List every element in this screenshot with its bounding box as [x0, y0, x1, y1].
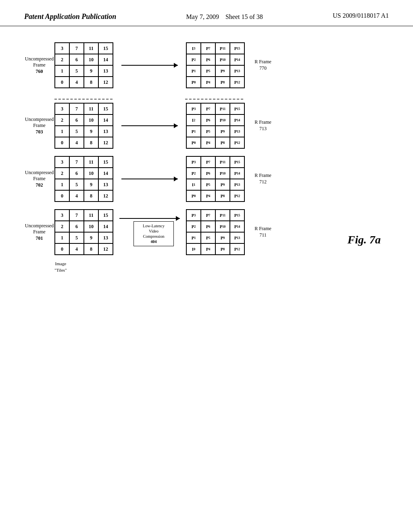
p-grid-frame701: P3P7P11P15P2P6P10P14P1P5P9P13I0P4P8P12 [186, 209, 245, 255]
p-cell: P6 [201, 54, 215, 65]
r-frame-section-frame703: P3P7P11P15I2P6P10P14P1P5P9P13P0P4P8P12R … [186, 103, 277, 149]
tile-cell: 6 [69, 221, 84, 232]
tile-cell: 0 [55, 137, 69, 148]
p-cell: P6 [201, 221, 215, 232]
p-cell: P8 [215, 243, 230, 255]
tile-cell: 10 [84, 114, 98, 126]
p-cell: P4 [201, 190, 215, 202]
tile-cell: 4 [69, 137, 84, 148]
p-cell: P6 [201, 114, 215, 126]
p-cell: P4 [201, 137, 215, 148]
tile-cell: 15 [98, 156, 113, 168]
p-cell: P11 [215, 156, 230, 168]
p-cell: P8 [215, 137, 230, 148]
tile-cell: 6 [69, 168, 84, 179]
p-cell: P0 [186, 190, 201, 202]
main-content: UncompressedFrame76037111526101415913048… [0, 26, 413, 270]
arrow-section [113, 125, 186, 126]
p-cell: P9 [215, 232, 230, 243]
tile-cell: 7 [69, 156, 84, 168]
p-cell: P7 [201, 156, 215, 168]
image-tiles-label: Image"Tiles" [54, 261, 67, 273]
figure-label: Fig. 7a [348, 233, 381, 246]
frame-row-frame703: UncompressedFrame70337111526101415913048… [24, 103, 397, 149]
frame-row-frame760: UncompressedFrame76037111526101415913048… [24, 42, 397, 88]
p-cell: P1 [186, 65, 201, 77]
tile-cell: 11 [84, 43, 98, 54]
tile-cell: 10 [84, 54, 98, 65]
p-grid-frame760: I3P7P11P15P2P6P10P14P1P5P9P13P0P4P8P12 [186, 42, 245, 88]
p-cell: P10 [215, 221, 230, 232]
tile-cell: 15 [98, 103, 113, 114]
pub-date: May 7, 2009 [186, 13, 219, 20]
frame-row-frame702: UncompressedFrame70237111526101415913048… [24, 156, 397, 202]
r-frame-label-frame703: R Frame713 [249, 119, 277, 132]
tile-cell: 14 [98, 114, 113, 126]
tile-cell: 9 [84, 65, 98, 77]
arrow-section [113, 65, 186, 66]
tile-cell: 9 [84, 232, 98, 243]
page-header: Patent Application Publication May 7, 20… [0, 0, 413, 26]
tile-cell: 1 [55, 179, 69, 190]
tile-cell: 15 [98, 43, 113, 54]
p-cell: P2 [186, 221, 201, 232]
r-frame-label-frame760: R Frame770 [249, 59, 277, 71]
tile-cell: 0 [55, 77, 69, 88]
p-cell: P15 [230, 210, 244, 221]
frame-label-frame701: UncompressedFrame701 [24, 223, 54, 242]
p-cell: P3 [186, 156, 201, 168]
tile-cell: 12 [98, 190, 113, 202]
p-cell: P15 [230, 43, 244, 54]
r-frame-section-frame701: P3P7P11P15P2P6P10P14P1P5P9P13I0P4P8P12R … [186, 209, 277, 255]
p-cell: P3 [186, 210, 201, 221]
tile-cell: 12 [98, 77, 113, 88]
tile-cell: 5 [69, 65, 84, 77]
tile-cell: 11 [84, 210, 98, 221]
p-cell: P9 [215, 126, 230, 137]
tile-cell: 2 [55, 54, 69, 65]
p-cell: P12 [230, 243, 244, 255]
frame-label-frame703: UncompressedFrame703 [24, 116, 54, 135]
p-cell: P14 [230, 221, 244, 232]
p-grid-frame702: P3P7P11P15P2P6P10P14I1P5P9P13P0P4P8P12 [186, 156, 245, 202]
tile-cell: 2 [55, 114, 69, 126]
p-cell: P10 [215, 114, 230, 126]
frame-row-frame701: UncompressedFrame70137111526101415913048… [24, 209, 397, 255]
tile-cell: 7 [69, 43, 84, 54]
patent-number: US 2009/0118017 A1 [333, 12, 389, 19]
p-cell: P15 [230, 103, 244, 114]
p-cell: P5 [201, 65, 215, 77]
header-date-sheet: May 7, 2009 Sheet 15 of 38 [186, 12, 263, 22]
p-cell: P13 [230, 126, 244, 137]
tile-cell: 9 [84, 179, 98, 190]
tile-cell: 8 [84, 243, 98, 255]
p-cell: I2 [186, 114, 201, 126]
p-cell: P5 [201, 126, 215, 137]
r-frame-label-frame701: R Frame711 [249, 226, 277, 238]
p-grid-frame703: P3P7P11P15I2P6P10P14P1P5P9P13P0P4P8P12 [186, 103, 245, 149]
p-cell: P7 [201, 210, 215, 221]
tile-cell: 14 [98, 221, 113, 232]
p-cell: P7 [201, 43, 215, 54]
p-cell: P14 [230, 114, 244, 126]
tile-cell: 7 [69, 210, 84, 221]
tile-cell: 6 [69, 114, 84, 126]
p-cell: I1 [186, 179, 201, 190]
p-cell: P11 [215, 103, 230, 114]
r-frame-section-frame702: P3P7P11P15P2P6P10P14I1P5P9P13P0P4P8P12R … [186, 156, 277, 202]
tile-cell: 13 [98, 126, 113, 137]
r-frame-label-frame702: R Frame712 [249, 172, 277, 185]
tile-cell: 10 [84, 221, 98, 232]
tile-cell: 2 [55, 168, 69, 179]
tile-cell: 1 [55, 65, 69, 77]
p-cell: I3 [186, 43, 201, 54]
p-cell: P7 [201, 103, 215, 114]
tile-grid-frame703: 3711152610141591304812 [54, 103, 113, 149]
p-cell: P12 [230, 190, 244, 202]
publication-title: Patent Application Publication [24, 12, 116, 21]
tile-cell: 8 [84, 137, 98, 148]
p-cell: P1 [186, 126, 201, 137]
tile-grid-frame760: 3711152610141591304812 [54, 42, 113, 88]
tile-cell: 10 [84, 168, 98, 179]
p-cell: P9 [215, 179, 230, 190]
